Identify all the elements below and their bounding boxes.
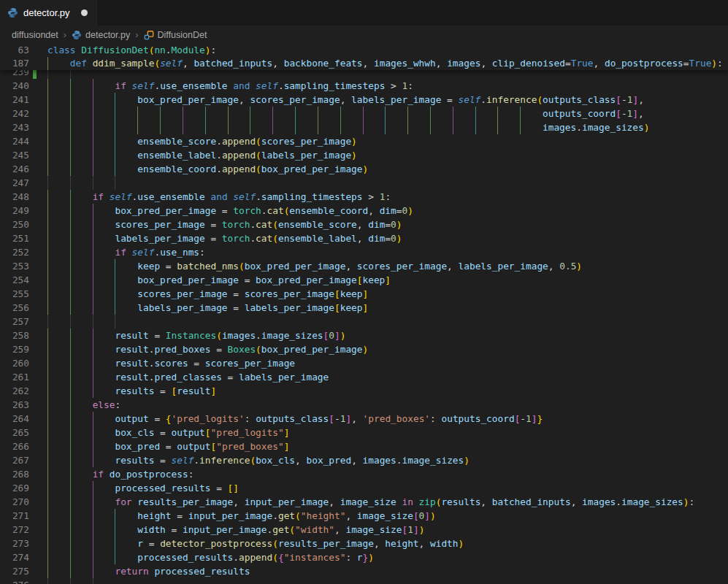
line-number[interactable]: 239: [0, 70, 29, 79]
code-line[interactable]: 266 box_pred = output["pred_boxes"]: [0, 439, 728, 453]
code-line[interactable]: 264 output = {'pred_logits': outputs_cla…: [0, 412, 728, 426]
line-number[interactable]: 261: [0, 370, 29, 384]
code-line[interactable]: 260 result.scores = scores_per_image: [0, 356, 728, 370]
code-line[interactable]: 272 width = input_per_image.get("width",…: [0, 523, 728, 537]
code-line[interactable]: 247: [0, 176, 728, 190]
breadcrumb-symbol-label: DiffusionDet: [158, 30, 207, 40]
line-number[interactable]: 264: [0, 412, 29, 426]
code-text: result.pred_classes = labels_per_image: [47, 370, 329, 384]
code-text: ensemble_score.append(scores_per_image): [47, 134, 357, 148]
breadcrumb-file[interactable]: detector.py: [72, 30, 130, 40]
line-number[interactable]: 271: [0, 509, 29, 523]
line-number[interactable]: 254: [0, 273, 29, 287]
code-line[interactable]: 273 r = detector_postprocess(results_per…: [0, 537, 728, 550]
code-text: result.pred_boxes = Boxes(box_pred_per_i…: [47, 342, 368, 356]
line-number[interactable]: 266: [0, 439, 29, 453]
line-number[interactable]: 245: [0, 148, 29, 162]
code-line[interactable]: 262 results = [result]: [0, 384, 728, 398]
code-line[interactable]: 267 results = self.inference(box_cls, bo…: [0, 453, 728, 467]
code-text: if self.use_ensemble and self.sampling_t…: [47, 190, 391, 204]
code-line[interactable]: 243 images.image_sizes): [0, 120, 728, 134]
git-added-indicator[interactable]: [33, 70, 37, 79]
code-line[interactable]: 187 def ddim_sample(self, batched_inputs…: [0, 57, 728, 70]
line-number[interactable]: 250: [0, 218, 29, 231]
tab-detector-py[interactable]: detector.py: [0, 0, 97, 26]
code-line[interactable]: 248 if self.use_ensemble and self.sampli…: [0, 190, 728, 204]
code-text: result.scores = scores_per_image: [47, 356, 295, 370]
line-number[interactable]: 267: [0, 453, 29, 467]
indent-guide: [115, 176, 115, 190]
code-line[interactable]: 246 ensemble_coord.append(box_pred_per_i…: [0, 162, 728, 176]
code-line[interactable]: 256 labels_per_image = labels_per_image[…: [0, 301, 728, 315]
line-number[interactable]: 255: [0, 287, 29, 301]
line-number[interactable]: 257: [0, 315, 29, 328]
line-number[interactable]: 243: [0, 120, 29, 134]
code-line[interactable]: 252 if self.use_nms:: [0, 245, 728, 259]
line-number[interactable]: 260: [0, 356, 29, 370]
line-number[interactable]: 256: [0, 301, 29, 315]
code-line[interactable]: 239: [0, 70, 728, 79]
line-number[interactable]: 246: [0, 162, 29, 176]
line-number[interactable]: 275: [0, 564, 29, 578]
line-number[interactable]: 242: [0, 107, 29, 120]
line-number[interactable]: 276: [0, 578, 29, 584]
code-line[interactable]: 242 outputs_coord[-1],: [0, 107, 728, 120]
line-number[interactable]: 273: [0, 537, 29, 550]
code-line[interactable]: 241 box_pred_per_image, scores_per_image…: [0, 93, 728, 107]
line-number[interactable]: 269: [0, 481, 29, 495]
code-line[interactable]: 269 processed_results = []: [0, 481, 728, 495]
code-line[interactable]: 270 for results_per_image, input_per_ima…: [0, 495, 728, 509]
code-line[interactable]: 244 ensemble_score.append(scores_per_ima…: [0, 134, 728, 148]
code-line[interactable]: 255 scores_per_image = scores_per_image[…: [0, 287, 728, 301]
line-number[interactable]: 263: [0, 398, 29, 412]
indent-guide: [115, 315, 115, 328]
line-number[interactable]: 247: [0, 176, 29, 190]
code-line[interactable]: 250 scores_per_image = torch.cat(ensembl…: [0, 218, 728, 231]
code-line[interactable]: 271 height = input_per_image.get("height…: [0, 509, 728, 523]
line-number[interactable]: 272: [0, 523, 29, 537]
line-number[interactable]: 249: [0, 204, 29, 218]
code-line[interactable]: 275 return processed_results: [0, 564, 728, 578]
line-number[interactable]: 251: [0, 231, 29, 245]
line-number[interactable]: 248: [0, 190, 29, 204]
code-line[interactable]: 240 if self.use_ensemble and self.sampli…: [0, 79, 728, 93]
line-number[interactable]: 268: [0, 467, 29, 481]
code-line[interactable]: 265 box_cls = output["pred_logits"]: [0, 426, 728, 439]
code-line[interactable]: 253 keep = batched_nms(box_pred_per_imag…: [0, 259, 728, 273]
code-line[interactable]: 245 ensemble_label.append(labels_per_ima…: [0, 148, 728, 162]
line-number[interactable]: 265: [0, 426, 29, 439]
code-text: box_cls = output["pred_logits"]: [47, 426, 289, 439]
code-line[interactable]: 263 else:: [0, 398, 728, 412]
code-line[interactable]: 257: [0, 315, 728, 328]
line-number[interactable]: 262: [0, 384, 29, 398]
modified-indicator-dot[interactable]: [81, 9, 88, 16]
line-number[interactable]: 259: [0, 342, 29, 356]
code-line[interactable]: 261 result.pred_classes = labels_per_ima…: [0, 370, 728, 384]
code-line[interactable]: 249 box_pred_per_image = torch.cat(ensem…: [0, 204, 728, 218]
line-number[interactable]: 187: [0, 57, 29, 70]
code-line[interactable]: 254 box_pred_per_image = box_pred_per_im…: [0, 273, 728, 287]
code-line[interactable]: 258 result = Instances(images.image_size…: [0, 328, 728, 342]
breadcrumb-folder[interactable]: diffusiondet: [12, 30, 58, 40]
line-number[interactable]: 63: [0, 44, 29, 57]
code-line[interactable]: 268 if do_postprocess:: [0, 467, 728, 481]
line-number[interactable]: 244: [0, 134, 29, 148]
code-line[interactable]: 259 result.pred_boxes = Boxes(box_pred_p…: [0, 342, 728, 356]
code-line[interactable]: 274 processed_results.append({"instances…: [0, 550, 728, 564]
breadcrumb-symbol[interactable]: DiffusionDet: [144, 30, 207, 40]
line-number[interactable]: 241: [0, 93, 29, 107]
line-number[interactable]: 253: [0, 259, 29, 273]
line-number[interactable]: 274: [0, 550, 29, 564]
code-line[interactable]: 63class DiffusionDet(nn.Module):: [0, 44, 728, 57]
code-text: scores_per_image = scores_per_image[keep…: [47, 287, 368, 301]
code-line[interactable]: 276: [0, 578, 728, 584]
breadcrumb-separator: ›: [64, 29, 66, 40]
code-line[interactable]: 251 labels_per_image = torch.cat(ensembl…: [0, 231, 728, 245]
code-editor[interactable]: 63class DiffusionDet(nn.Module):187 def …: [0, 44, 728, 584]
line-number[interactable]: 270: [0, 495, 29, 509]
tab-title: detector.py: [23, 7, 70, 18]
line-number[interactable]: 252: [0, 245, 29, 259]
indent-guide: [93, 315, 93, 328]
line-number[interactable]: 258: [0, 328, 29, 342]
line-number[interactable]: 240: [0, 79, 29, 93]
